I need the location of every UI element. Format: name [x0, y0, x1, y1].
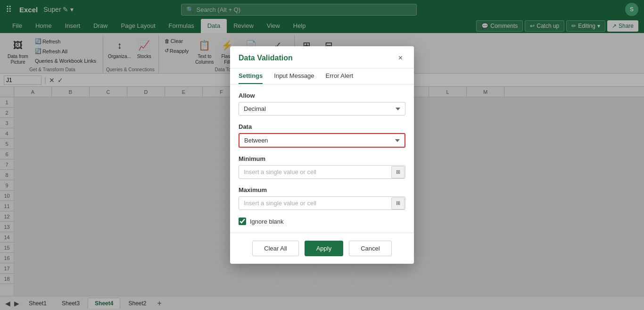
minimum-field: Minimum ⊞ [239, 155, 405, 179]
minimum-cell-picker[interactable]: ⊞ [391, 166, 405, 178]
dialog-tabs: Settings Input Message Error Alert [230, 68, 414, 84]
apply-button[interactable]: Apply [305, 241, 344, 256]
maximum-field: Maximum ⊞ [239, 186, 405, 210]
ignore-blank-label: Ignore blank [250, 218, 284, 225]
maximum-cell-picker[interactable]: ⊞ [391, 197, 405, 209]
modal-overlay: Data Validation × Settings Input Message… [0, 0, 644, 310]
ignore-blank-row: Ignore blank [239, 218, 405, 225]
data-field: Data Between Not between Equal to Not eq… [239, 123, 405, 148]
allow-label: Allow [239, 92, 405, 99]
maximum-label: Maximum [239, 186, 405, 193]
dialog-footer: Clear All Apply Cancel [230, 233, 414, 264]
dialog-close-button[interactable]: × [396, 53, 405, 63]
data-select[interactable]: Between Not between Equal to Not equal t… [239, 133, 405, 148]
dialog-tab-input-message[interactable]: Input Message [274, 68, 314, 84]
dialog-body: Allow Any value Whole number Decimal Lis… [230, 84, 414, 233]
dialog-tab-error-alert[interactable]: Error Alert [326, 68, 354, 84]
allow-field: Allow Any value Whole number Decimal Lis… [239, 92, 405, 116]
data-label: Data [239, 123, 405, 130]
data-validation-dialog: Data Validation × Settings Input Message… [230, 46, 414, 264]
cancel-button[interactable]: Cancel [349, 241, 391, 256]
allow-select[interactable]: Any value Whole number Decimal List Date… [239, 102, 405, 116]
minimum-input[interactable] [239, 165, 405, 179]
minimum-label: Minimum [239, 155, 405, 162]
dialog-header: Data Validation × [230, 46, 414, 68]
maximum-input[interactable] [239, 196, 405, 210]
clear-all-button[interactable]: Clear All [252, 241, 298, 256]
dialog-title: Data Validation [239, 54, 293, 62]
ignore-blank-checkbox[interactable] [239, 218, 246, 225]
dialog-tab-settings[interactable]: Settings [239, 68, 263, 84]
